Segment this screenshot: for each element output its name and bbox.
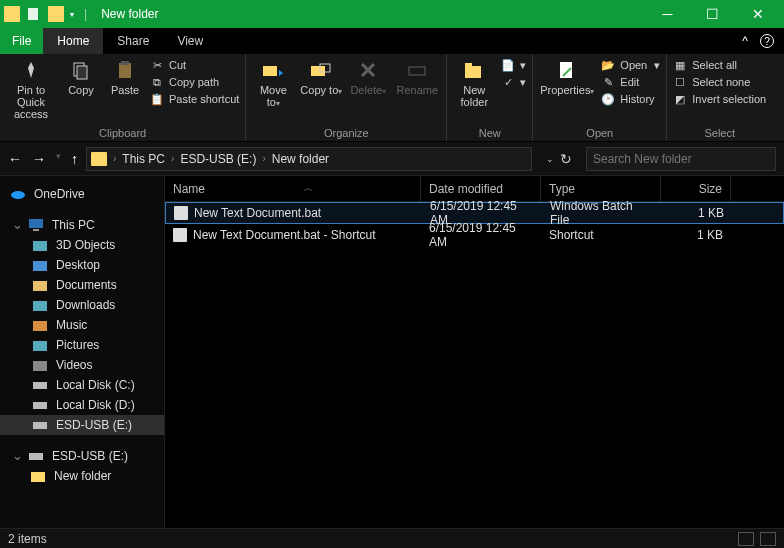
navigation-pane[interactable]: OneDrive ⌄This PC 3D ObjectsDesktopDocum… — [0, 176, 165, 528]
pin-to-quick-access-button[interactable]: Pin to Quick access — [6, 56, 56, 120]
open-button[interactable]: 📂Open▾ — [601, 58, 660, 72]
navpane-item[interactable]: Desktop — [0, 255, 164, 275]
recent-locations-button[interactable]: ▾ — [56, 151, 61, 167]
nav-item-icon — [32, 318, 48, 332]
up-button[interactable]: ↑ — [71, 151, 78, 167]
folder-icon — [30, 469, 46, 483]
select-none-icon: ☐ — [673, 75, 687, 89]
copy-to-icon — [309, 58, 333, 82]
tab-share[interactable]: Share — [103, 28, 163, 54]
svg-rect-5 — [121, 61, 129, 65]
edit-button[interactable]: ✎Edit — [601, 75, 660, 89]
navpane-item[interactable]: Music — [0, 315, 164, 335]
svg-rect-23 — [33, 382, 47, 389]
navpane-this-pc[interactable]: ⌄This PC — [0, 214, 164, 235]
chevron-down-icon[interactable]: ⌄ — [12, 448, 20, 463]
status-bar: 2 items — [0, 528, 784, 548]
nav-item-icon — [32, 378, 48, 392]
chevron-right-icon[interactable]: › — [171, 153, 174, 164]
chevron-down-icon[interactable]: ▾ — [70, 10, 74, 19]
svg-rect-14 — [29, 219, 43, 228]
select-none-button[interactable]: ☐Select none — [673, 75, 766, 89]
properties-icon — [555, 58, 579, 82]
breadcrumb-part[interactable]: New folder — [272, 152, 329, 166]
navpane-item[interactable]: Local Disk (D:) — [0, 395, 164, 415]
select-all-button[interactable]: ▦Select all — [673, 58, 766, 72]
copy-path-icon: ⧉ — [150, 75, 164, 89]
chevron-right-icon[interactable]: › — [113, 153, 116, 164]
navpane-sub-folder[interactable]: New folder — [0, 466, 164, 486]
file-icon — [173, 228, 187, 242]
history-button[interactable]: 🕑History — [601, 92, 660, 106]
chevron-right-icon[interactable]: › — [262, 153, 265, 164]
new-folder-quick-icon[interactable] — [48, 6, 64, 22]
navpane-item[interactable]: ESD-USB (E:) — [0, 415, 164, 435]
tab-home[interactable]: Home — [43, 28, 103, 54]
invert-selection-icon: ◩ — [673, 92, 687, 106]
refresh-button[interactable]: ↻ — [560, 151, 572, 167]
thumbnails-view-button[interactable] — [760, 532, 776, 546]
properties-quick-icon[interactable] — [26, 6, 42, 22]
nav-item-icon — [32, 298, 48, 312]
close-button[interactable]: ✕ — [735, 0, 780, 28]
easy-access-icon: ✓ — [501, 75, 515, 89]
svg-rect-10 — [465, 66, 481, 78]
folder-icon — [4, 6, 20, 22]
move-to-icon — [261, 58, 285, 82]
rename-button[interactable]: Rename — [394, 56, 440, 96]
column-type[interactable]: Type — [541, 176, 661, 201]
svg-rect-20 — [33, 321, 47, 331]
easy-access-button[interactable]: ✓▾ — [501, 75, 526, 89]
svg-rect-25 — [33, 422, 47, 429]
breadcrumb-part[interactable]: ESD-USB (E:) — [180, 152, 256, 166]
paste-icon — [113, 58, 137, 82]
svg-rect-26 — [29, 453, 43, 460]
navpane-item[interactable]: Downloads — [0, 295, 164, 315]
file-row[interactable]: New Text Document.bat - Shortcut 6/15/20… — [165, 224, 784, 246]
svg-rect-24 — [33, 402, 47, 409]
nav-buttons: ← → ▾ ↑ — [8, 151, 78, 167]
paste-shortcut-button[interactable]: 📋Paste shortcut — [150, 92, 239, 106]
help-icon[interactable]: ? — [760, 34, 774, 48]
delete-button[interactable]: Delete▾ — [348, 56, 388, 98]
column-name[interactable]: Name︿ — [165, 176, 421, 201]
navpane-item[interactable]: Local Disk (C:) — [0, 375, 164, 395]
search-input[interactable] — [586, 147, 776, 171]
cut-button[interactable]: ✂Cut — [150, 58, 239, 72]
paste-shortcut-icon: 📋 — [150, 92, 164, 106]
chevron-down-icon[interactable]: ⌄ — [546, 154, 554, 164]
minimize-button[interactable]: ─ — [645, 0, 690, 28]
move-to-button[interactable]: Move to▾ — [252, 56, 294, 110]
forward-button[interactable]: → — [32, 151, 46, 167]
chevron-down-icon[interactable]: ⌄ — [12, 217, 20, 232]
breadcrumb[interactable]: › This PC › ESD-USB (E:) › New folder — [86, 147, 532, 171]
column-date[interactable]: Date modified — [421, 176, 541, 201]
collapse-ribbon-icon[interactable]: ^ — [742, 34, 748, 48]
svg-rect-4 — [119, 63, 131, 78]
new-folder-button[interactable]: New folder — [453, 56, 495, 108]
tab-file[interactable]: File — [0, 28, 43, 54]
copy-to-button[interactable]: Copy to▾ — [300, 56, 342, 98]
navpane-item[interactable]: Videos — [0, 355, 164, 375]
properties-button[interactable]: Properties▾ — [539, 56, 595, 98]
tab-view[interactable]: View — [163, 28, 217, 54]
copy-button[interactable]: Copy — [62, 56, 100, 96]
refresh-area: ⌄ ↻ — [540, 151, 578, 167]
navpane-item[interactable]: Documents — [0, 275, 164, 295]
navpane-onedrive[interactable]: OneDrive — [0, 184, 164, 204]
invert-selection-button[interactable]: ◩Invert selection — [673, 92, 766, 106]
navpane-item[interactable]: Pictures — [0, 335, 164, 355]
open-icon: 📂 — [601, 58, 615, 72]
maximize-button[interactable]: ☐ — [690, 0, 735, 28]
new-item-icon: 📄 — [501, 58, 515, 72]
navpane-esd-usb-root[interactable]: ⌄ESD-USB (E:) — [0, 445, 164, 466]
column-size[interactable]: Size — [661, 176, 731, 201]
back-button[interactable]: ← — [8, 151, 22, 167]
breadcrumb-part[interactable]: This PC — [122, 152, 165, 166]
file-rows[interactable]: New Text Document.bat 6/15/2019 12:45 AM… — [165, 202, 784, 528]
new-item-button[interactable]: 📄▾ — [501, 58, 526, 72]
navpane-item[interactable]: 3D Objects — [0, 235, 164, 255]
details-view-button[interactable] — [738, 532, 754, 546]
paste-button[interactable]: Paste — [106, 56, 144, 96]
copy-path-button[interactable]: ⧉Copy path — [150, 75, 239, 89]
